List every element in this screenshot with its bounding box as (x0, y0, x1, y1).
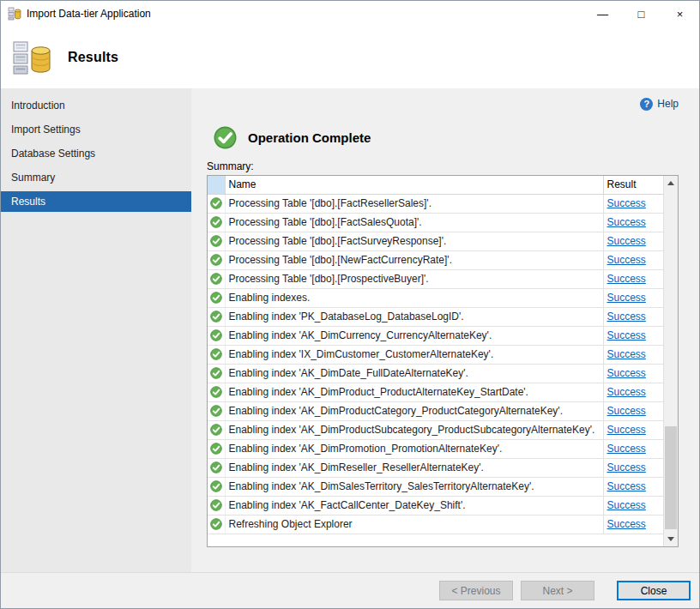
table-row[interactable]: Processing Table '[dbo].[FactResellerSal… (208, 194, 663, 213)
success-check-icon (210, 235, 222, 247)
step-name: Enabling index 'AK_DimProductSubcategory… (225, 420, 603, 439)
previous-button[interactable]: < Previous (439, 581, 513, 600)
step-name: Enabling index 'AK_DimSalesTerritory_Sal… (225, 477, 603, 496)
table-row[interactable]: Enabling index 'AK_DimPromotion_Promotio… (208, 439, 663, 458)
step-name: Processing Table '[dbo].[FactResellerSal… (225, 194, 603, 213)
success-check-icon (210, 499, 222, 511)
result-success-link[interactable]: Success (607, 235, 646, 247)
table-row[interactable]: Enabling index 'AK_DimProductCategory_Pr… (208, 401, 663, 420)
help-link[interactable]: ? Help (640, 97, 679, 111)
result-success-link[interactable]: Success (607, 329, 646, 341)
table-row[interactable]: Enabling index 'AK_DimDate_FullDateAlter… (208, 364, 663, 383)
titlebar: Import Data-tier Application — □ × (1, 1, 699, 27)
table-row[interactable]: Enabling index 'AK_DimProductSubcategory… (208, 420, 663, 439)
scrollbar-thumb[interactable] (665, 426, 677, 529)
result-success-link[interactable]: Success (607, 424, 646, 436)
sidebar-item-introduction[interactable]: Introduction (1, 95, 191, 116)
results-page: ? Help Operation Complete Summary: Name (191, 88, 699, 572)
wizard-steps-sidebar: IntroductionImport SettingsDatabase Sett… (1, 88, 191, 572)
table-row[interactable]: Enabling index 'AK_DimSalesTerritory_Sal… (208, 477, 663, 496)
table-row[interactable]: Refreshing Object ExplorerSuccess (208, 515, 663, 534)
table-row[interactable]: Processing Table '[dbo].[FactSurveyRespo… (208, 232, 663, 250)
success-check-icon (210, 197, 222, 209)
table-row[interactable]: Enabling index 'AK_DimProduct_ProductAlt… (208, 383, 663, 401)
step-name: Enabling indexes. (225, 288, 603, 307)
table-row[interactable]: Processing Table '[dbo].[FactSalesQuota]… (208, 213, 663, 232)
table-row[interactable]: Enabling index 'IX_DimCustomer_CustomerA… (208, 345, 663, 364)
table-row[interactable]: Enabling indexes.Success (208, 288, 663, 307)
success-check-icon (210, 348, 222, 360)
result-success-link[interactable]: Success (607, 273, 646, 285)
app-icon (8, 7, 21, 21)
step-name: Processing Table '[dbo].[FactSalesQuota]… (225, 213, 603, 232)
results-header-row: Name Result (208, 176, 663, 194)
step-name: Processing Table '[dbo].[FactSurveyRespo… (225, 232, 603, 250)
success-check-icon (210, 329, 222, 341)
table-row[interactable]: Enabling index 'AK_FactCallCenter_DateKe… (208, 496, 663, 515)
wizard-header: Results (1, 27, 699, 88)
dialog-footer: < Previous Next > Close (1, 572, 699, 608)
success-check-icon (210, 273, 222, 285)
results-grid: Name Result Processing Table '[dbo].[Fac… (207, 175, 679, 547)
result-success-link[interactable]: Success (607, 518, 646, 530)
help-icon: ? (640, 98, 653, 111)
help-row: ? Help (207, 97, 679, 111)
step-name: Enabling index 'AK_DimCurrency_CurrencyA… (225, 326, 603, 345)
success-check-icon (210, 424, 222, 436)
table-row[interactable]: Enabling index 'PK_DatabaseLog_DatabaseL… (208, 307, 663, 326)
sidebar-item-results[interactable]: Results (1, 191, 191, 212)
wizard-body: IntroductionImport SettingsDatabase Sett… (1, 88, 699, 572)
table-row[interactable]: Processing Table '[dbo].[ProspectiveBuye… (208, 269, 663, 288)
name-column-header[interactable]: Name (225, 176, 603, 194)
window-title: Import Data-tier Application (27, 8, 151, 20)
scroll-up-icon[interactable] (664, 176, 678, 190)
operation-complete-check-icon (214, 126, 237, 149)
maximize-button[interactable]: □ (622, 1, 661, 27)
result-success-link[interactable]: Success (607, 254, 646, 266)
step-name: Enabling index 'AK_FactCallCenter_DateKe… (225, 496, 603, 515)
result-success-link[interactable]: Success (607, 311, 646, 323)
results-scrollbar[interactable] (663, 176, 678, 546)
sidebar-item-summary[interactable]: Summary (1, 167, 191, 188)
result-success-link[interactable]: Success (607, 461, 646, 473)
scroll-down-icon[interactable] (664, 532, 678, 546)
help-label: Help (657, 98, 679, 110)
operation-status-title: Operation Complete (248, 130, 371, 145)
result-success-link[interactable]: Success (607, 367, 646, 379)
window-controls: — □ × (583, 1, 699, 27)
result-success-link[interactable]: Success (607, 405, 646, 417)
step-name: Enabling index 'PK_DatabaseLog_DatabaseL… (225, 307, 603, 326)
result-success-link[interactable]: Success (607, 480, 646, 492)
result-success-link[interactable]: Success (607, 499, 646, 511)
result-success-link[interactable]: Success (607, 348, 646, 360)
result-success-link[interactable]: Success (607, 197, 646, 209)
table-row[interactable]: Enabling index 'AK_DimCurrency_CurrencyA… (208, 326, 663, 345)
result-success-link[interactable]: Success (607, 292, 646, 304)
sidebar-item-import-settings[interactable]: Import Settings (1, 119, 191, 140)
success-check-icon (210, 443, 222, 455)
step-name: Enabling index 'AK_DimReseller_ResellerA… (225, 458, 603, 477)
icon-column-header[interactable] (208, 176, 225, 194)
result-success-link[interactable]: Success (607, 443, 646, 455)
success-check-icon (210, 216, 222, 228)
success-check-icon (210, 518, 222, 530)
step-name: Processing Table '[dbo].[NewFactCurrency… (225, 250, 603, 269)
success-check-icon (210, 367, 222, 379)
result-success-link[interactable]: Success (607, 386, 646, 398)
close-window-button[interactable]: × (661, 1, 699, 27)
close-button[interactable]: Close (617, 581, 691, 600)
result-column-header[interactable]: Result (603, 176, 663, 194)
step-name: Enabling index 'AK_DimPromotion_Promotio… (225, 439, 603, 458)
table-row[interactable]: Enabling index 'AK_DimReseller_ResellerA… (208, 458, 663, 477)
table-row[interactable]: Processing Table '[dbo].[NewFactCurrency… (208, 250, 663, 269)
status-row: Operation Complete (214, 126, 679, 149)
sidebar-item-database-settings[interactable]: Database Settings (1, 143, 191, 164)
import-dta-window: Import Data-tier Application — □ × (0, 0, 700, 609)
success-check-icon (210, 311, 222, 323)
minimize-button[interactable]: — (583, 1, 622, 27)
success-check-icon (210, 405, 222, 417)
success-check-icon (210, 254, 222, 266)
step-name: Refreshing Object Explorer (225, 515, 603, 534)
next-button[interactable]: Next > (521, 581, 594, 600)
result-success-link[interactable]: Success (607, 216, 646, 228)
